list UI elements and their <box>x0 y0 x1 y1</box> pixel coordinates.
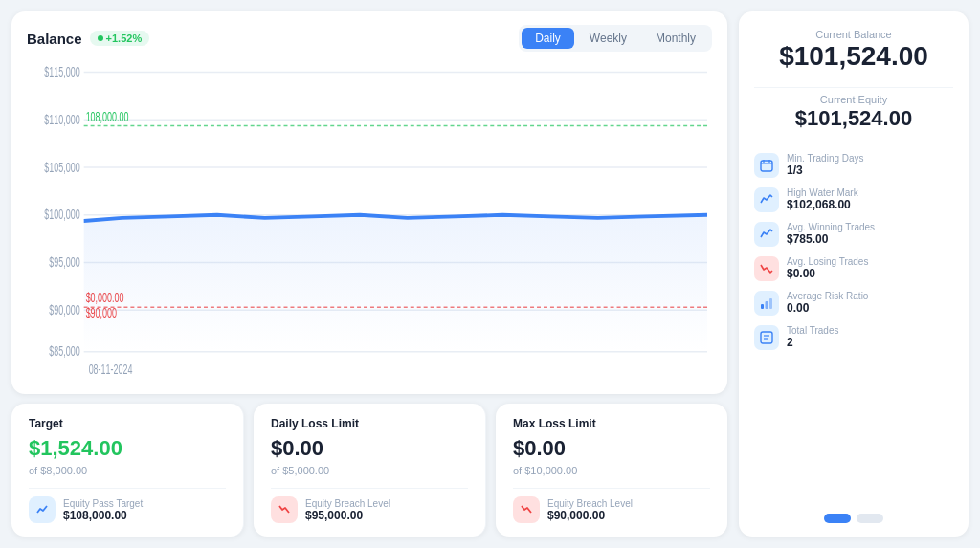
metric-label-max-loss: Max Loss Limit <box>513 417 710 430</box>
stat-icon-5 <box>754 325 779 350</box>
stat-icon-3 <box>754 256 779 281</box>
stat-label-4: Average Risk Ratio <box>787 291 868 301</box>
chart-area: $115,000 $110,000 $105,000 $100,000 $95,… <box>27 57 712 384</box>
svg-text:$115,000: $115,000 <box>44 64 80 78</box>
stat-row-5: Total Trades 2 <box>754 320 953 355</box>
current-equity-label: Current Equity <box>754 94 953 105</box>
breach-level-icon-daily <box>271 496 298 523</box>
stat-row-1: High Water Mark $102,068.00 <box>754 183 953 217</box>
right-panel: Current Balance $101,524.00 Current Equi… <box>739 11 969 537</box>
current-equity-value: $101,524.00 <box>754 107 953 130</box>
breach-level-label-daily: Equity Breach Level <box>305 498 390 509</box>
chart-title: Balance <box>27 31 82 47</box>
svg-rect-25 <box>761 304 764 309</box>
chart-header: Balance +1.52% Daily Weekly Monthly <box>27 25 712 52</box>
stat-icon-4 <box>754 291 779 316</box>
stat-label-2: Avg. Winning Trades <box>787 222 875 232</box>
stat-value-3: $0.00 <box>787 267 868 280</box>
metric-sub-row-target: Equity Pass Target $108,000.00 <box>29 496 226 523</box>
stat-label-1: High Water Mark <box>787 187 858 198</box>
svg-rect-21 <box>761 161 772 171</box>
time-button-group: Daily Weekly Monthly <box>519 25 712 52</box>
metric-sub-max-loss: of $10,000.00 <box>513 465 710 476</box>
svg-text:$105,000: $105,000 <box>44 160 80 174</box>
stat-value-4: 0.00 <box>787 301 868 315</box>
metric-sub-daily-loss: of $5,000.00 <box>271 465 468 476</box>
svg-rect-27 <box>769 298 772 309</box>
badge-dot <box>98 35 103 41</box>
svg-text:$90,000: $90,000 <box>49 302 80 317</box>
breach-level-label-max: Equity Breach Level <box>547 498 633 509</box>
breach-level-value-daily: $95,000.00 <box>305 509 390 522</box>
metric-sub-row-max-loss: Equity Breach Level $90,000.00 <box>513 496 710 523</box>
metric-card-max-loss: Max Loss Limit $0.00 of $10,000.00 Equit… <box>496 404 727 537</box>
current-balance-value: $101,524.00 <box>754 42 953 72</box>
svg-text:08-11-2024: 08-11-2024 <box>89 362 133 376</box>
bottom-cards: Target $1,524.00 of $8,000.00 Equity Pas… <box>11 404 727 537</box>
svg-text:$95,000: $95,000 <box>49 254 80 269</box>
svg-text:$110,000: $110,000 <box>44 112 80 126</box>
stat-label-5: Total Trades <box>787 325 838 336</box>
equity-pass-icon <box>29 496 56 523</box>
page-btn-1[interactable] <box>824 514 851 523</box>
breach-level-icon-max <box>513 496 540 523</box>
equity-pass-value: $108,000.00 <box>63 509 143 522</box>
metric-label-daily-loss: Daily Loss Limit <box>271 417 468 430</box>
svg-text:$85,000: $85,000 <box>49 343 80 358</box>
svg-text:$100,000: $100,000 <box>44 207 80 221</box>
main-panel: Balance +1.52% Daily Weekly Monthly <box>0 0 739 548</box>
stat-row-4: Average Risk Ratio 0.00 <box>754 286 953 320</box>
svg-rect-28 <box>761 332 772 343</box>
daily-button[interactable]: Daily <box>522 28 574 49</box>
metric-value-daily-loss: $0.00 <box>271 436 468 461</box>
balance-badge: +1.52% <box>90 31 150 46</box>
monthly-button[interactable]: Monthly <box>642 28 709 49</box>
stat-label-3: Avg. Losing Trades <box>787 256 868 267</box>
equity-pass-label: Equity Pass Target <box>63 498 143 509</box>
breach-level-value-max: $90,000.00 <box>547 509 633 522</box>
svg-rect-26 <box>766 301 768 309</box>
stat-value-5: 2 <box>787 336 838 349</box>
pagination <box>754 504 953 523</box>
page-btn-2[interactable] <box>857 514 883 523</box>
chart-title-group: Balance +1.52% <box>27 31 149 47</box>
chart-svg: $115,000 $110,000 $105,000 $100,000 $95,… <box>27 57 712 384</box>
stat-icon-2 <box>754 222 779 247</box>
metric-sub-row-daily-loss: Equity Breach Level $95,000.00 <box>271 496 468 523</box>
stat-label-0: Min. Trading Days <box>787 153 864 164</box>
metric-card-daily-loss: Daily Loss Limit $0.00 of $5,000.00 Equi… <box>254 404 486 537</box>
metric-value-max-loss: $0.00 <box>513 436 710 461</box>
stat-value-0: 1/3 <box>787 164 864 177</box>
chart-card: Balance +1.52% Daily Weekly Monthly <box>11 11 727 394</box>
metric-label-target: Target <box>29 417 226 430</box>
metric-value-target: $1,524.00 <box>29 436 226 461</box>
stat-row-2: Avg. Winning Trades $785.00 <box>754 217 953 252</box>
weekly-button[interactable]: Weekly <box>576 28 640 49</box>
svg-text:108,000.00: 108,000.00 <box>86 109 129 123</box>
stat-row-3: Avg. Losing Trades $0.00 <box>754 252 953 286</box>
stat-icon-0 <box>754 153 779 178</box>
stat-value-2: $785.00 <box>787 232 875 246</box>
metric-card-target: Target $1,524.00 of $8,000.00 Equity Pas… <box>11 404 244 537</box>
svg-marker-19 <box>84 215 707 352</box>
stat-icon-1 <box>754 187 779 212</box>
metric-sub-target: of $8,000.00 <box>29 465 226 476</box>
current-balance-label: Current Balance <box>754 29 953 40</box>
stat-row-0: Min. Trading Days 1/3 <box>754 148 953 183</box>
stat-value-1: $102,068.00 <box>787 198 858 211</box>
